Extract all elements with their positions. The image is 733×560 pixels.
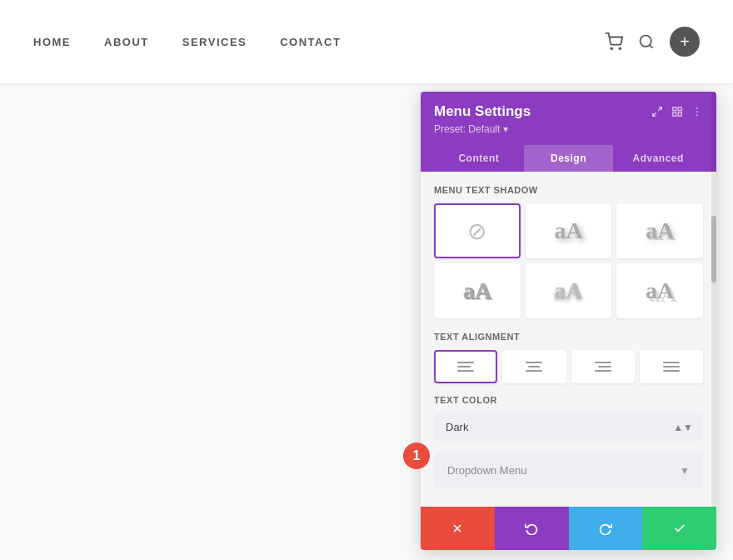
save-button[interactable]: [642, 507, 716, 550]
nav-contact[interactable]: CONTACT: [280, 36, 341, 48]
search-button[interactable]: [638, 33, 655, 50]
shadow-option-5[interactable]: aA: [616, 263, 703, 318]
nav-home[interactable]: HOME: [33, 36, 71, 48]
panel-preset[interactable]: Preset: Default ▾: [434, 123, 703, 135]
nav-about[interactable]: ABOUT: [104, 36, 149, 48]
nav-services[interactable]: SERVICES: [182, 36, 247, 48]
align-center[interactable]: [502, 350, 566, 383]
shadow-grid: ⊘ aA aA aA aA a: [434, 203, 703, 318]
tab-design[interactable]: Design: [524, 145, 614, 172]
panel-header-icons: [651, 106, 703, 118]
cart-button[interactable]: [605, 32, 623, 51]
settings-panel: Menu Settings: [421, 92, 716, 550]
shadow-option-1[interactable]: aA: [526, 203, 612, 258]
tab-content[interactable]: Content: [434, 145, 524, 172]
svg-point-10: [696, 108, 698, 109]
align-right[interactable]: [571, 350, 635, 383]
panel-scrollbar[interactable]: [711, 92, 716, 507]
nav-links: HOME ABOUT SERVICES CONTACT: [33, 36, 605, 48]
main-area: 1 Menu Settings: [0, 83, 733, 560]
svg-line-3: [650, 45, 653, 48]
svg-rect-7: [678, 108, 681, 111]
redo-button[interactable]: [569, 507, 643, 550]
svg-point-2: [641, 36, 651, 47]
svg-point-1: [619, 48, 621, 49]
panel-header: Menu Settings: [421, 92, 716, 172]
action-bar: [421, 507, 716, 550]
align-right-icon: [591, 358, 615, 375]
svg-rect-8: [673, 112, 676, 116]
expand-icon[interactable]: [651, 106, 663, 118]
align-options: [434, 350, 703, 383]
panel-scrollbar-thumb: [711, 216, 716, 282]
panel-body: Menu Text Shadow ⊘ aA aA aA: [421, 172, 716, 507]
align-justify[interactable]: [640, 350, 703, 383]
shadow-text-5: aA: [646, 278, 674, 304]
shadow-option-none[interactable]: ⊘: [434, 203, 521, 258]
dropdown-menu-accordion[interactable]: Dropdown Menu ▼: [434, 452, 703, 488]
align-justify-icon: [660, 358, 683, 375]
color-select-wrap: Dark Light Custom ▲▼: [434, 413, 703, 441]
svg-point-11: [696, 111, 698, 112]
shadow-option-3[interactable]: aA: [434, 263, 521, 318]
step-badge: 1: [403, 442, 430, 469]
nav-icons: +: [605, 27, 700, 57]
shadow-text-3: aA: [463, 278, 491, 304]
svg-line-5: [653, 112, 656, 116]
add-button[interactable]: +: [670, 27, 700, 57]
align-left-icon: [454, 358, 477, 375]
alignment-label: Text Alignment: [434, 332, 703, 342]
chevron-down-icon: ▼: [680, 465, 690, 477]
svg-rect-6: [673, 108, 676, 111]
text-shadow-label: Menu Text Shadow: [434, 185, 703, 195]
svg-point-12: [696, 114, 698, 116]
text-alignment-section: Text Alignment: [434, 332, 703, 383]
more-icon[interactable]: [691, 106, 703, 118]
color-label: Text Color: [434, 395, 703, 405]
shadow-text-4: aA: [554, 278, 582, 304]
shadow-text-2: aA: [646, 218, 674, 244]
align-left[interactable]: [434, 350, 497, 383]
svg-point-0: [611, 48, 612, 49]
shadow-text-1: aA: [554, 218, 582, 244]
shadow-option-2[interactable]: aA: [616, 203, 703, 258]
reset-button[interactable]: [495, 507, 569, 550]
shadow-option-4[interactable]: aA: [526, 263, 612, 318]
tab-advanced[interactable]: Advanced: [613, 145, 703, 172]
panel-title: Menu Settings: [434, 103, 531, 120]
text-color-section: Text Color Dark Light Custom ▲▼: [434, 395, 703, 441]
panel-tabs: Content Design Advanced: [434, 145, 703, 172]
accordion-label: Dropdown Menu: [447, 464, 526, 477]
no-shadow-icon: ⊘: [467, 218, 486, 245]
navbar: HOME ABOUT SERVICES CONTACT +: [0, 0, 733, 83]
align-center-icon: [522, 358, 546, 375]
color-select[interactable]: Dark Light Custom: [434, 413, 703, 441]
svg-line-4: [658, 108, 661, 111]
grid-icon[interactable]: [671, 106, 683, 118]
svg-rect-9: [678, 112, 681, 116]
cancel-button[interactable]: [421, 507, 495, 550]
